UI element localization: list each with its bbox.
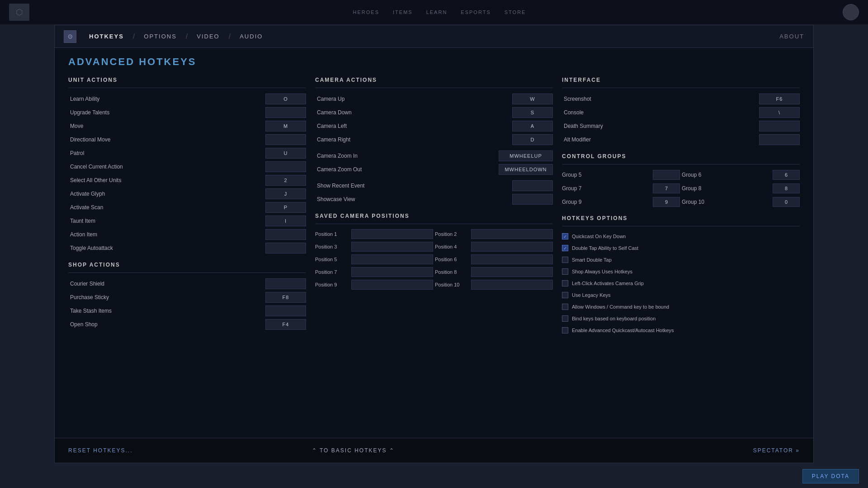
key-camera-right[interactable]: D: [512, 134, 553, 145]
about-link[interactable]: ABOUT: [779, 33, 804, 40]
key-move[interactable]: M: [265, 121, 306, 131]
cam-pos-1-label: Position 1: [315, 231, 351, 237]
key-cancel[interactable]: [265, 161, 306, 172]
key-activate-scan[interactable]: P: [265, 202, 306, 213]
checkbox-quickcast[interactable]: [562, 233, 568, 239]
topbar-nav-store[interactable]: STORE: [505, 9, 526, 15]
key-learn-ability[interactable]: O: [265, 94, 306, 104]
topbar-nav-items[interactable]: ITEMS: [393, 9, 413, 15]
key-group7[interactable]: 7: [653, 183, 680, 193]
topbar-nav-heroes[interactable]: HEROES: [353, 9, 379, 15]
table-row: Directional Move: [68, 133, 306, 146]
key-group9[interactable]: 9: [653, 197, 680, 207]
key-purchase-sticky[interactable]: F8: [265, 292, 306, 303]
shop-actions-title: SHOP ACTIONS: [68, 262, 306, 268]
key-cam-pos-9[interactable]: [351, 280, 433, 290]
key-group6[interactable]: 6: [773, 170, 800, 180]
col-camera-actions: CAMERA ACTIONS Camera Up W Camera Down S…: [315, 77, 553, 429]
key-courier-shield[interactable]: [265, 278, 306, 289]
settings-nav: ⚙ HOTKEYS / OPTIONS / VIDEO / AUDIO ABOU…: [55, 25, 813, 48]
control-groups-section: CONTROL GROUPS Group 5 Group 6 6 Group 7…: [562, 153, 800, 208]
group6-label: Group 6: [682, 172, 773, 178]
key-camera-down[interactable]: S: [512, 107, 553, 118]
action-alt-modifier: Alt Modifier: [562, 136, 759, 143]
key-group10[interactable]: 0: [773, 197, 800, 207]
label-allow-windows: Allow Windows / Command key to be bound: [572, 304, 669, 310]
play-dota-button[interactable]: PLAY DOTA: [802, 469, 859, 483]
action-upgrade-talents: Upgrade Talents: [68, 109, 265, 116]
action-take-stash: Take Stash Items: [68, 308, 265, 314]
table-row: Take Stash Items: [68, 305, 306, 317]
label-smart-double: Smart Double Tap: [572, 257, 612, 263]
key-screenshot[interactable]: F6: [759, 94, 800, 104]
checkbox-bind-keyboard[interactable]: [562, 315, 568, 322]
key-activate-glyph[interactable]: J: [265, 188, 306, 199]
tab-hotkeys[interactable]: HOTKEYS: [82, 33, 131, 40]
key-upgrade-talents[interactable]: [265, 107, 306, 118]
checkbox-left-click-camera[interactable]: [562, 280, 568, 286]
key-cam-pos-4[interactable]: [471, 242, 553, 252]
key-cam-pos-3[interactable]: [351, 242, 433, 252]
tab-video[interactable]: VIDEO: [189, 33, 226, 40]
key-select-all[interactable]: 2: [265, 175, 306, 186]
camera-positions-grid: Position 1 Position 2 Position 3 Positio…: [315, 229, 553, 290]
table-row: Show Recent Event: [315, 179, 553, 192]
table-row: Patrol U: [68, 147, 306, 160]
key-cam-pos-7[interactable]: [351, 267, 433, 277]
topbar-nav-esports[interactable]: ESPORTS: [461, 9, 491, 15]
key-camera-left[interactable]: A: [512, 121, 553, 131]
group8-label: Group 8: [682, 185, 773, 192]
key-showcase-view[interactable]: [512, 194, 553, 205]
avatar: [843, 4, 859, 20]
cam-pos-9-label: Position 9: [315, 282, 351, 287]
tab-options[interactable]: OPTIONS: [137, 33, 184, 40]
columns-wrapper: UNIT ACTIONS Learn Ability O Upgrade Tal…: [55, 77, 813, 438]
key-cam-pos-2[interactable]: [471, 229, 553, 239]
key-toggle-autoattack[interactable]: [265, 243, 306, 253]
table-row: Action Item: [68, 228, 306, 241]
table-row: Group 7 7: [562, 183, 680, 194]
key-cam-pos-5[interactable]: [351, 254, 433, 264]
checkbox-shop-hotkeys[interactable]: [562, 268, 568, 275]
action-showcase-view: Showcase View: [315, 196, 512, 202]
key-camera-up[interactable]: W: [512, 94, 553, 104]
key-console[interactable]: \: [759, 107, 800, 118]
topbar-nav-learn[interactable]: LEARN: [426, 9, 448, 15]
saved-camera-section: SAVED CAMERA POSITIONS Position 1 Positi…: [315, 213, 553, 290]
key-open-shop[interactable]: F4: [265, 319, 306, 330]
table-row: Camera Left A: [315, 120, 553, 132]
key-group5[interactable]: [653, 170, 680, 180]
cam-pos-4-label: Position 4: [435, 244, 471, 249]
action-camera-down: Camera Down: [315, 109, 512, 116]
table-row: Position 10: [435, 279, 553, 290]
key-directional-move[interactable]: [265, 134, 306, 145]
table-row: Group 9 9: [562, 196, 680, 208]
key-cam-pos-8[interactable]: [471, 267, 553, 277]
reset-hotkeys-button[interactable]: RESET HOTKEYS...: [68, 447, 132, 454]
key-camera-zoom-in[interactable]: MWHEELUP: [499, 150, 553, 161]
checkbox-double-tap[interactable]: [562, 245, 568, 251]
key-cam-pos-10[interactable]: [471, 280, 553, 290]
key-take-stash[interactable]: [265, 305, 306, 316]
checkbox-legacy-keys[interactable]: [562, 292, 568, 298]
table-row: Screenshot F6: [562, 93, 800, 105]
list-item: Double Tap Ability to Self Cast: [562, 243, 800, 253]
key-group8[interactable]: 8: [773, 183, 800, 193]
key-camera-zoom-out[interactable]: MWHEELDOWN: [499, 164, 553, 175]
key-action-item[interactable]: [265, 229, 306, 240]
table-row: Camera Down S: [315, 106, 553, 119]
basic-hotkeys-button[interactable]: ⌃ TO BASIC HOTKEYS ⌃: [312, 447, 395, 454]
checkbox-advanced-quickcast[interactable]: [562, 327, 568, 333]
key-death-summary[interactable]: [759, 121, 800, 131]
checkbox-smart-double[interactable]: [562, 257, 568, 263]
key-patrol[interactable]: U: [265, 148, 306, 159]
key-show-recent-event[interactable]: [512, 180, 553, 191]
key-alt-modifier[interactable]: [759, 134, 800, 145]
spectator-button[interactable]: SPECTATOR »: [753, 447, 800, 454]
page-title: ADVANCED HOTKEYS: [55, 48, 813, 68]
tab-audio[interactable]: AUDIO: [232, 33, 270, 40]
checkbox-allow-windows[interactable]: [562, 304, 568, 310]
key-cam-pos-6[interactable]: [471, 254, 553, 264]
key-cam-pos-1[interactable]: [351, 229, 433, 239]
key-taunt-item[interactable]: I: [265, 216, 306, 226]
